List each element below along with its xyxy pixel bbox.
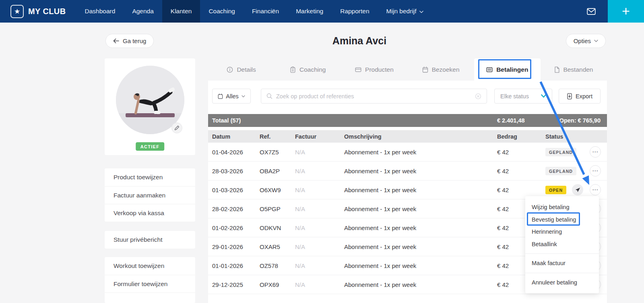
brand-logo[interactable]: ★ MY CLUB [0, 0, 66, 23]
table-row[interactable]: 28-03-2026 OBA2P N/A Abonnement - 1x per… [208, 162, 607, 181]
nav-item-klanten[interactable]: Klanten [162, 0, 200, 23]
profile-card: ACTIEF [105, 58, 195, 155]
assign-workout-button[interactable]: Workout toewijzen [105, 257, 195, 275]
row-actions-button[interactable]: ⋯ [590, 146, 601, 158]
status-badge: ACTIEF [136, 142, 165, 151]
col-status: Status [545, 133, 590, 140]
menu-item-wijzig-betaling[interactable]: Wijzig betaling [525, 201, 599, 214]
file-icon [554, 66, 559, 73]
brand-name: MY CLUB [28, 7, 66, 16]
nav-item-financien[interactable]: Financiën [244, 0, 287, 23]
nav-item-mijn-bedrijf[interactable]: Mijn bedrijf [378, 0, 432, 23]
cell-ref: OXAR5 [260, 243, 295, 250]
send-private-message-button[interactable]: Stuur privébericht [105, 231, 195, 249]
chevron-down-icon [594, 39, 598, 42]
options-button[interactable]: Opties [566, 34, 606, 48]
back-label: Ga terug [123, 37, 146, 44]
tab-producten[interactable]: Producten [341, 58, 407, 81]
assign-form-button[interactable]: Formulier toewijzen [105, 275, 195, 293]
mail-icon[interactable] [587, 8, 596, 15]
cell-bedrag: € 42 [497, 168, 545, 174]
menu-item-betaallink[interactable]: Betaallink [525, 238, 599, 251]
search-field [261, 89, 487, 104]
tab-label: Bestanden [563, 66, 593, 73]
edit-photo-button[interactable] [171, 122, 182, 133]
status-filter-dropdown[interactable]: Elke status [494, 89, 552, 104]
cell-ref: ODKVN [260, 224, 295, 231]
add-button[interactable]: + [608, 0, 644, 23]
nav-item-dashboard[interactable]: Dashboard [76, 0, 124, 23]
status-badge-open: OPEN [545, 186, 566, 194]
calendar-icon [218, 93, 223, 99]
cell-ref: O5PGP [260, 205, 295, 212]
mijn-bedrijf-label: Mijn bedrijf [386, 8, 417, 15]
cell-factuur: N/A [295, 205, 344, 212]
payment-row-menu: Wijzig betaling Bevestig betaling Herinn… [525, 196, 599, 293]
cell-factuur: N/A [295, 149, 344, 156]
cell-omschrijving: Abonnement - 1x per week [344, 262, 497, 269]
cell-ref: OZ578 [260, 262, 295, 269]
nav-item-rapporten[interactable]: Rapporten [332, 0, 378, 23]
menu-item-annuleer-betaling[interactable]: Annuleer betaling [525, 276, 599, 289]
info-icon [227, 66, 233, 73]
status-badge-gepland: GEPLAND [545, 167, 576, 175]
tab-details[interactable]: Details [208, 58, 275, 81]
period-filter-dropdown[interactable]: Alles [212, 89, 251, 104]
tab-coaching[interactable]: Coaching [275, 58, 341, 81]
table-row[interactable]: 01-04-2026 OX7Z5 N/A Abonnement - 1x per… [208, 143, 607, 162]
export-button[interactable]: Export [559, 89, 601, 104]
export-label: Export [576, 93, 592, 100]
nav-item-coaching[interactable]: Coaching [200, 0, 244, 23]
cell-omschrijving: Abonnement - 1x per week [344, 168, 497, 174]
cell-factuur: N/A [295, 262, 344, 269]
action-group-message: Stuur privébericht [105, 231, 195, 249]
cell-factuur: N/A [295, 187, 344, 193]
page-title: Amina Avci [332, 35, 386, 47]
arrow-left-icon [113, 38, 119, 44]
menu-separator [525, 253, 599, 254]
tab-bestanden[interactable]: Bestanden [541, 58, 607, 81]
col-bedrag: Bedrag [497, 133, 545, 140]
search-icon [266, 93, 272, 99]
pos-sale-button[interactable]: Verkoop via kassa [105, 204, 195, 222]
cell-ref: OPX69 [260, 281, 295, 288]
payments-icon [486, 67, 493, 73]
action-item-cutoff [105, 293, 195, 303]
client-tabs: Details Coaching Producten Bezoeken Beta… [208, 58, 607, 81]
tab-label: Producten [365, 66, 394, 73]
cell-ref: OX7Z5 [260, 149, 295, 156]
cell-datum: 28-03-2026 [212, 168, 260, 174]
summary-open-amount: Open: € 765,90 [559, 117, 601, 124]
menu-item-herinnering[interactable]: Herinnering [525, 226, 599, 238]
send-payment-icon[interactable] [572, 184, 583, 195]
back-button[interactable]: Ga terug [105, 34, 154, 48]
row-actions-button[interactable]: ⋯ [590, 165, 601, 176]
period-filter-value: Alles [226, 93, 238, 100]
cell-datum: 01-03-2026 [212, 187, 260, 193]
row-actions-button[interactable]: ⋯ [590, 184, 601, 195]
menu-item-bevestig-betaling[interactable]: Bevestig betaling [525, 214, 599, 226]
table-summary-bar: Totaal (57) € 2.401,48 Open: € 765,90 [208, 114, 607, 127]
assign-product-button[interactable]: Product toewijzen [105, 168, 195, 186]
col-omschrijving: Omschrijving [344, 133, 497, 140]
summary-total-count: Totaal (57) [212, 117, 241, 124]
cell-datum: 29-01-2026 [212, 243, 260, 250]
table-column-headers: Datum Ref. Factuur Omschrijving Bedrag S… [208, 130, 607, 143]
search-input[interactable] [276, 93, 471, 100]
create-invoice-button[interactable]: Factuur aanmaken [105, 186, 195, 204]
tab-bezoeken[interactable]: Bezoeken [408, 58, 474, 81]
cell-ref: OBA2P [260, 168, 295, 174]
status-filter-value: Elke status [500, 93, 529, 100]
plus-icon: + [622, 4, 630, 18]
chevron-down-icon [419, 10, 423, 13]
col-datum: Datum [212, 133, 260, 140]
nav-item-marketing[interactable]: Marketing [287, 0, 332, 23]
chevron-down-icon [541, 94, 546, 98]
clear-search-icon[interactable] [475, 93, 481, 100]
tab-betalingen[interactable]: Betalingen [474, 58, 541, 81]
options-label: Opties [574, 37, 591, 44]
nav-item-agenda[interactable]: Agenda [124, 0, 162, 23]
menu-item-maak-factuur[interactable]: Maak factuur [525, 257, 599, 270]
cell-factuur: N/A [295, 224, 344, 231]
cell-factuur: N/A [295, 281, 344, 288]
